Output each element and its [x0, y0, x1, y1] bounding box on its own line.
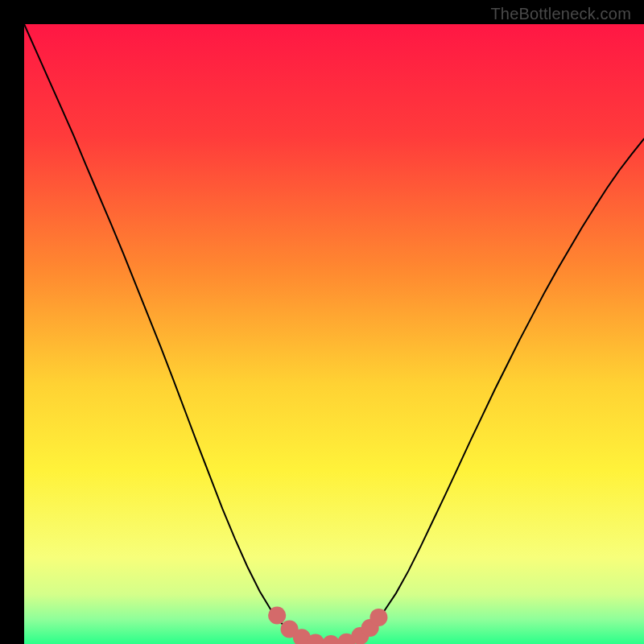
chart-gradient-background: [24, 24, 644, 644]
watermark-text: TheBottleneck.com: [490, 5, 631, 23]
bottleneck-chart: [0, 0, 644, 644]
marker-dot: [268, 607, 286, 625]
chart-container: TheBottleneck.com: [0, 0, 644, 644]
marker-dot: [369, 609, 387, 626]
